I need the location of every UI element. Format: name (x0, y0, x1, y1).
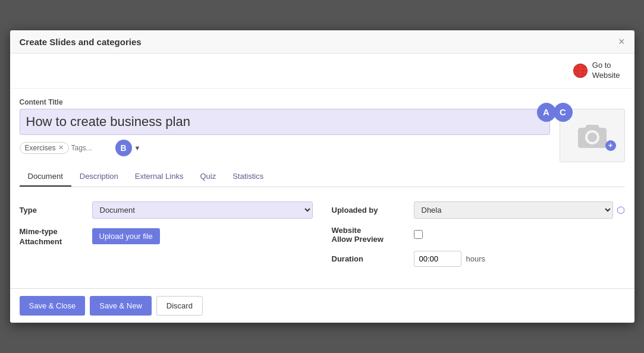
tags-row: Exercises ✕ B ▼ (20, 140, 550, 156)
uploaded-by-select-wrap: Dhela Admin Other ⬡ (414, 201, 625, 219)
mime-label: Mime-type Attachment (20, 227, 85, 246)
allow-preview-label: Allow Preview (332, 235, 409, 244)
allow-preview-row: Website Allow Preview (332, 226, 625, 244)
tab-document[interactable]: Document (20, 167, 71, 187)
duration-row: Duration 00:00 hours (332, 251, 625, 267)
save-close-button[interactable]: Save & Close (20, 296, 86, 316)
tags-dropdown-button[interactable]: ▼ (134, 144, 141, 152)
type-label: Type (20, 206, 85, 215)
tab-description[interactable]: Description (71, 167, 127, 187)
add-image-icon: + (605, 140, 616, 151)
tab-statistics[interactable]: Statistics (224, 167, 272, 187)
tags-input[interactable] (71, 144, 113, 152)
badge-a: A (537, 103, 556, 122)
duration-input[interactable]: 00:00 (414, 251, 461, 267)
tabs: Document Description External Links Quiz… (20, 167, 625, 187)
image-upload-area: C + (560, 109, 625, 162)
duration-label: Duration (332, 254, 409, 263)
create-slides-modal: Create Slides and categories × Go toWebs… (10, 30, 634, 323)
title-input-area: A Exercises ✕ B ▼ (20, 109, 550, 156)
go-to-website-button[interactable]: Go toWebsite (567, 58, 625, 83)
modal-title: Create Slides and categories (20, 37, 142, 47)
modal-toolbar: Go toWebsite (10, 53, 634, 89)
type-row: Type Document Presentation Video Infogra… (20, 201, 313, 219)
camera-icon (578, 123, 607, 148)
go-to-website-label: Go toWebsite (592, 61, 620, 81)
allow-preview-label-wrap: Website Allow Preview (332, 226, 409, 244)
tag-exercises: Exercises ✕ (20, 142, 69, 154)
tab-quiz[interactable]: Quiz (191, 167, 224, 187)
type-select[interactable]: Document Presentation Video Infographic (92, 201, 313, 219)
mime-row: Mime-type Attachment Upload your file (20, 227, 313, 246)
badge-c: C (554, 103, 573, 122)
tag-label: Exercises (25, 144, 56, 152)
type-select-wrap: Document Presentation Video Infographic (92, 201, 313, 219)
uploaded-by-label: Uploaded by (332, 206, 409, 215)
globe-icon (572, 62, 589, 79)
hours-label: hours (466, 254, 486, 263)
modal-footer: Save & Close Save & New Discard (10, 288, 634, 323)
form-left: Type Document Presentation Video Infogra… (20, 201, 313, 274)
content-title-label: Content Title (20, 98, 625, 106)
discard-button[interactable]: Discard (156, 296, 203, 316)
content-title-input[interactable] (20, 109, 550, 135)
form-section: Type Document Presentation Video Infogra… (20, 197, 625, 288)
svg-point-5 (588, 133, 597, 142)
upload-file-button[interactable]: Upload your file (92, 228, 160, 244)
external-link-icon[interactable]: ⬡ (617, 204, 625, 216)
modal-body: Content Title A Exercises ✕ B (10, 89, 634, 288)
badge-b: B (115, 140, 132, 156)
save-new-button[interactable]: Save & New (90, 296, 152, 316)
tab-external-links[interactable]: External Links (127, 167, 192, 187)
uploaded-by-select[interactable]: Dhela Admin Other (414, 201, 613, 219)
modal-header: Create Slides and categories × (10, 30, 634, 53)
tag-remove-button[interactable]: ✕ (58, 144, 64, 152)
uploaded-by-row: Uploaded by Dhela Admin Other ⬡ (332, 201, 625, 219)
close-button[interactable]: × (618, 36, 625, 47)
website-label: Website (332, 226, 409, 235)
allow-preview-checkbox[interactable] (414, 230, 423, 239)
form-right: Uploaded by Dhela Admin Other ⬡ Website (332, 201, 625, 274)
title-row: A Exercises ✕ B ▼ C (20, 109, 625, 162)
